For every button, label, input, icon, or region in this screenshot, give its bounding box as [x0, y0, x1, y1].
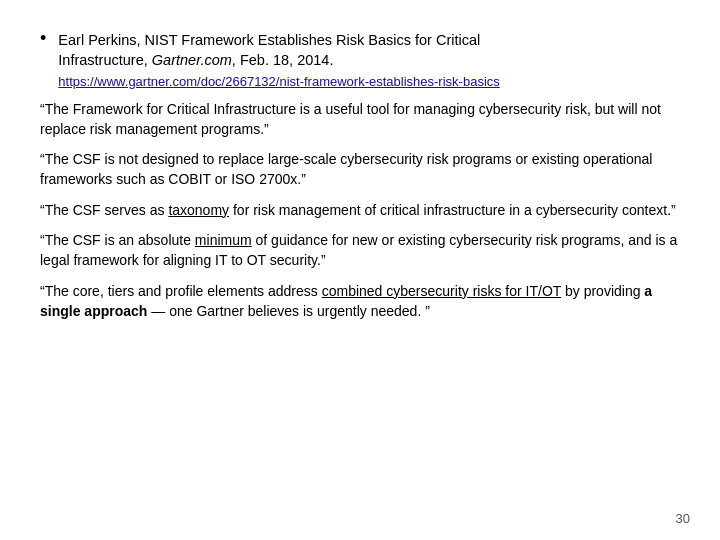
page-number-value: 30	[676, 511, 690, 526]
quote-3-underline: taxonomy	[168, 202, 229, 218]
quote-5-prefix: “The core, tiers and profile elements ad…	[40, 283, 322, 299]
quote-3: “The CSF serves as taxonomy for risk man…	[40, 200, 680, 220]
bullet-item: • Earl Perkins, NIST Framework Establish…	[40, 30, 680, 89]
bullet-dot: •	[40, 28, 46, 49]
quote-5: “The core, tiers and profile elements ad…	[40, 281, 680, 322]
quote-2: “The CSF is not designed to replace larg…	[40, 149, 680, 190]
quote-4-underline: minimum	[195, 232, 252, 248]
quote-1: “The Framework for Critical Infrastructu…	[40, 99, 680, 140]
quote-4: “The CSF is an absolute minimum of guida…	[40, 230, 680, 271]
bullet-title-line1: Earl Perkins, NIST Framework Establishes…	[58, 32, 480, 48]
quote-5-suffix: — one Gartner believes is urgently neede…	[147, 303, 430, 319]
quote-3-suffix: for risk management of critical infrastr…	[229, 202, 676, 218]
quote-5-underline: combined cybersecurity risks for IT/OT	[322, 283, 561, 299]
bullet-link[interactable]: https://www.gartner.com/doc/2667132/nist…	[58, 73, 680, 89]
quote-3-prefix: “The CSF serves as	[40, 202, 168, 218]
bullet-title-line2-suffix: , Feb. 18, 2014.	[232, 52, 334, 68]
bullet-title: Earl Perkins, NIST Framework Establishes…	[58, 30, 680, 71]
bullet-title-line2-prefix: Infrastructure,	[58, 52, 151, 68]
quote-2-text: “The CSF is not designed to replace larg…	[40, 151, 652, 187]
bullet-title-italic: Gartner.com	[152, 52, 232, 68]
page-number: 30	[676, 511, 690, 526]
slide-container: • Earl Perkins, NIST Framework Establish…	[0, 0, 720, 540]
bullet-content: Earl Perkins, NIST Framework Establishes…	[58, 30, 680, 89]
bullet-link-anchor[interactable]: https://www.gartner.com/doc/2667132/nist…	[58, 74, 499, 89]
quote-4-prefix: “The CSF is an absolute	[40, 232, 195, 248]
quote-1-text: “The Framework for Critical Infrastructu…	[40, 101, 661, 137]
quote-5-middle: by providing	[561, 283, 644, 299]
